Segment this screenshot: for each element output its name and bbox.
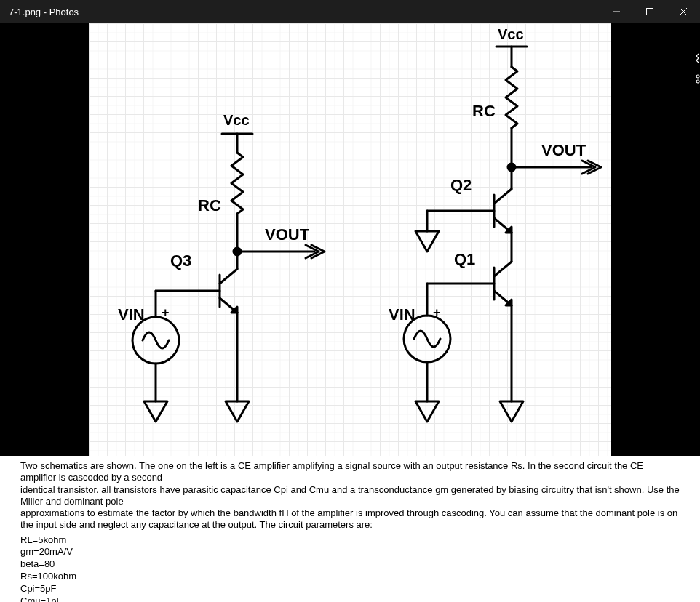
desc-line-3: approximations to estimate the factor by… <box>20 507 680 531</box>
svg-line-27 <box>494 262 512 276</box>
right-vcc-label: Vcc <box>498 26 524 43</box>
schematic-image: Vcc RC VOUT Q3 VIN + Vcc RC VOUT Q2 Q1 V… <box>89 23 611 456</box>
maximize-button[interactable] <box>633 0 667 23</box>
left-vin-label: VIN <box>118 305 145 324</box>
param-gm: gm=20mA/V <box>20 546 680 558</box>
close-button[interactable] <box>667 0 700 23</box>
left-vout-label: VOUT <box>265 225 309 244</box>
param-beta: beta=80 <box>20 558 680 571</box>
photo-viewer: Vcc RC VOUT Q3 VIN + Vcc RC VOUT Q2 Q1 V… <box>0 23 700 456</box>
right-q2-label: Q2 <box>450 176 472 195</box>
right-vin-label: VIN <box>389 305 415 324</box>
minimize-button[interactable] <box>600 0 633 23</box>
problem-description: Two schematics are shown. The one on the… <box>0 456 700 531</box>
left-rc-label: RC <box>198 196 221 215</box>
side-toolbar <box>696 23 700 456</box>
param-cmu: Cmu=1pF <box>20 595 680 602</box>
circuit-parameters: RL=5kohm gm=20mA/V beta=80 Rs=100kohm Cp… <box>0 531 700 603</box>
param-rs: Rs=100kohm <box>20 571 680 583</box>
right-q1-label: Q1 <box>454 250 475 269</box>
circuit-diagram <box>89 23 611 456</box>
right-plus-label: + <box>433 305 441 321</box>
window-title: 7-1.png - Photos <box>0 7 79 17</box>
svg-point-36 <box>696 80 699 83</box>
svg-point-35 <box>696 75 699 78</box>
window-controls <box>600 0 700 23</box>
desc-line-2: identical transistor. all transistors ha… <box>20 484 680 508</box>
left-plus-label: + <box>162 305 170 321</box>
param-cpi: Cpi=5pF <box>20 583 680 595</box>
title-bar: 7-1.png - Photos <box>0 0 700 23</box>
svg-rect-0 <box>647 9 653 15</box>
param-rl: RL=5kohm <box>20 534 680 547</box>
svg-line-7 <box>220 269 237 284</box>
svg-line-21 <box>494 189 512 204</box>
right-vout-label: VOUT <box>541 141 586 160</box>
desc-line-1: Two schematics are shown. The one on the… <box>20 460 680 484</box>
right-rc-label: RC <box>472 102 496 121</box>
left-vcc-label: Vcc <box>223 112 250 129</box>
left-q3-label: Q3 <box>170 252 191 270</box>
